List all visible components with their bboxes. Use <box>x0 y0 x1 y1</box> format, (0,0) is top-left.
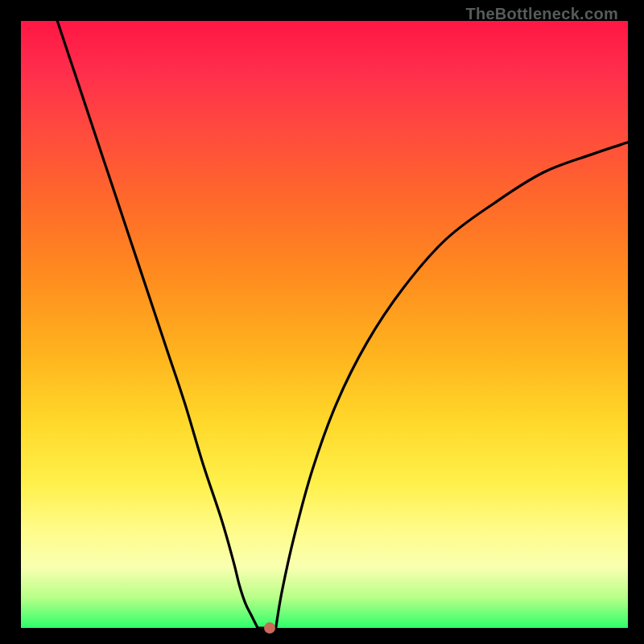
chart-curves <box>21 21 628 628</box>
chart-frame: TheBottleneck.com <box>0 0 644 644</box>
minimum-marker <box>264 622 275 634</box>
curve-right <box>276 142 628 628</box>
curve-left <box>57 21 258 628</box>
